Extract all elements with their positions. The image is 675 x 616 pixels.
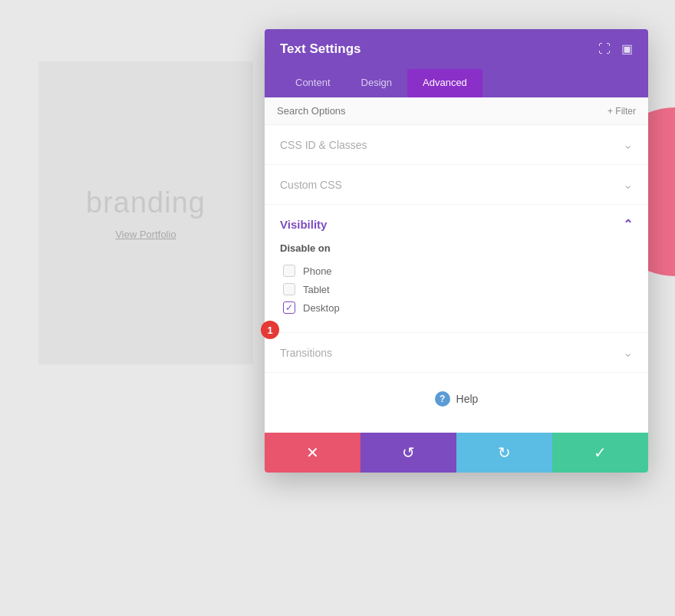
view-portfolio-link[interactable]: View Portfolio bbox=[115, 229, 176, 240]
modal-tabs: Content Design Advanced bbox=[265, 69, 648, 97]
tab-content[interactable]: Content bbox=[280, 69, 346, 97]
phone-label: Phone bbox=[303, 265, 332, 277]
modal-body: CSS ID & Classes ⌄ Custom CSS ⌄ Visibili… bbox=[265, 125, 648, 433]
section-css-id-classes[interactable]: CSS ID & Classes ⌄ bbox=[265, 125, 648, 165]
modal-panel: Text Settings ⛶ ▣ Content Design Advance… bbox=[265, 29, 648, 473]
desktop-checkbox[interactable]: ✓ bbox=[283, 301, 295, 314]
visibility-header[interactable]: Visibility ⌃ bbox=[280, 217, 633, 232]
section-custom-css[interactable]: Custom CSS ⌄ bbox=[265, 165, 648, 205]
help-row[interactable]: ? Help bbox=[265, 373, 648, 425]
visibility-title-text: Visibility bbox=[280, 218, 327, 231]
tablet-checkbox[interactable] bbox=[283, 283, 295, 295]
columns-icon[interactable]: ▣ bbox=[621, 43, 633, 55]
chevron-down-icon: ⌄ bbox=[623, 177, 633, 192]
disable-on-label: Disable on bbox=[280, 242, 633, 254]
modal-header-icons: ⛶ ▣ bbox=[598, 43, 633, 55]
tab-advanced[interactable]: Advanced bbox=[407, 69, 482, 97]
expand-icon[interactable]: ⛶ bbox=[598, 43, 611, 55]
redo-button[interactable]: ↻ bbox=[456, 433, 552, 473]
chevron-down-icon: ⌄ bbox=[623, 345, 633, 360]
chevron-down-icon: ⌄ bbox=[623, 137, 633, 152]
modal-footer: ✕ ↺ ↻ ✓ bbox=[265, 433, 648, 473]
check-mark-icon: ✓ bbox=[285, 303, 293, 312]
tablet-label: Tablet bbox=[303, 284, 330, 295]
css-id-classes-label: CSS ID & Classes bbox=[280, 139, 367, 151]
help-icon: ? bbox=[435, 391, 450, 407]
save-button[interactable]: ✓ bbox=[552, 433, 648, 473]
checkbox-row-desktop: ✓ Desktop bbox=[283, 298, 633, 317]
phone-checkbox[interactable] bbox=[283, 265, 295, 277]
modal-title: Text Settings bbox=[280, 41, 361, 57]
desktop-label: Desktop bbox=[303, 302, 340, 314]
visibility-section: Visibility ⌃ Disable on Phone Tablet ✓ D… bbox=[265, 205, 648, 333]
step-badge: 1 bbox=[261, 321, 279, 339]
transitions-label: Transitions bbox=[280, 347, 332, 359]
undo-button[interactable]: ↺ bbox=[361, 433, 456, 473]
background-content: branding View Portfolio bbox=[38, 61, 253, 364]
chevron-up-icon: ⌃ bbox=[623, 217, 633, 232]
checkbox-row-tablet: Tablet bbox=[283, 280, 633, 298]
custom-css-label: Custom CSS bbox=[280, 179, 342, 191]
section-transitions[interactable]: Transitions ⌄ bbox=[265, 333, 648, 373]
checkbox-row-phone: Phone bbox=[283, 262, 633, 280]
help-label: Help bbox=[456, 393, 479, 405]
search-bar: + Filter bbox=[265, 97, 648, 125]
search-input[interactable] bbox=[277, 105, 608, 117]
cancel-button[interactable]: ✕ bbox=[265, 433, 361, 473]
modal-header: Text Settings ⛶ ▣ bbox=[265, 29, 648, 69]
branding-text: branding bbox=[86, 186, 206, 219]
filter-button[interactable]: + Filter bbox=[608, 106, 636, 117]
tab-design[interactable]: Design bbox=[346, 69, 407, 97]
